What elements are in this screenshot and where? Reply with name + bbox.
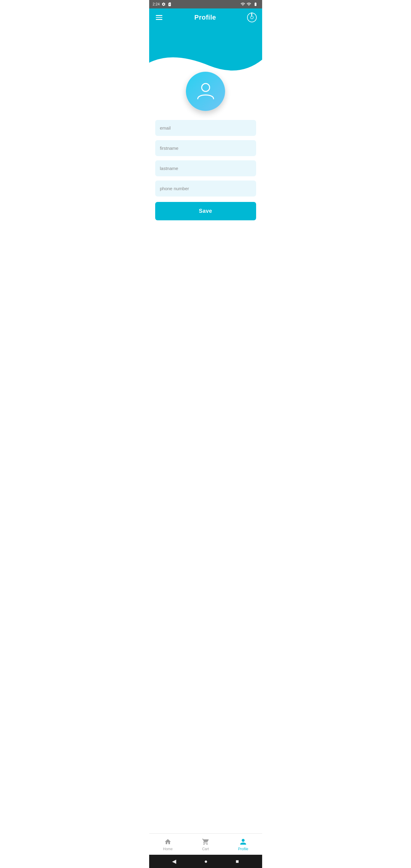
svg-point-0 [201, 84, 210, 91]
battery-icon [253, 2, 258, 6]
nav-item-cart[interactable]: Cart [187, 837, 224, 852]
recent-button[interactable]: ■ [235, 858, 239, 865]
content-area: Profile [149, 8, 262, 868]
firstname-field[interactable] [155, 140, 256, 156]
home-icon [164, 838, 172, 846]
back-button[interactable]: ◀ [172, 858, 176, 865]
user-avatar-icon [194, 80, 217, 103]
avatar-section [149, 72, 262, 111]
profile-nav-icon [239, 838, 247, 846]
header-top: Profile [155, 13, 257, 22]
system-nav-bar: ◀ ● ■ [149, 855, 262, 868]
sim-icon [167, 2, 172, 6]
home-button[interactable]: ● [204, 858, 208, 865]
avatar-circle [186, 72, 225, 111]
time-display: 2:24 [153, 2, 160, 6]
wave-decoration [149, 51, 262, 75]
settings-icon [161, 2, 166, 6]
phone-field[interactable] [155, 181, 256, 196]
cart-icon [201, 838, 210, 846]
wifi-icon [241, 2, 245, 7]
nav-label-profile: Profile [238, 847, 248, 851]
page-title: Profile [194, 13, 216, 22]
save-button[interactable]: Save [155, 202, 256, 220]
avatar-wrapper[interactable] [186, 72, 225, 111]
spacer [149, 527, 262, 833]
status-right [241, 2, 258, 7]
form-section: Save [149, 120, 262, 527]
nav-label-cart: Cart [202, 847, 209, 851]
email-field[interactable] [155, 120, 256, 136]
power-button[interactable] [247, 13, 257, 22]
lastname-field[interactable] [155, 160, 256, 176]
nav-label-home: Home [163, 847, 173, 851]
nav-item-profile[interactable]: Profile [224, 837, 262, 852]
menu-button[interactable] [155, 14, 164, 21]
bottom-nav: Home Cart Profile [149, 833, 262, 855]
status-left: 2:24 [153, 2, 172, 6]
signal-icon [247, 2, 251, 7]
status-bar: 2:24 [149, 0, 262, 8]
header-area: Profile [149, 8, 262, 75]
nav-item-home[interactable]: Home [149, 837, 187, 852]
